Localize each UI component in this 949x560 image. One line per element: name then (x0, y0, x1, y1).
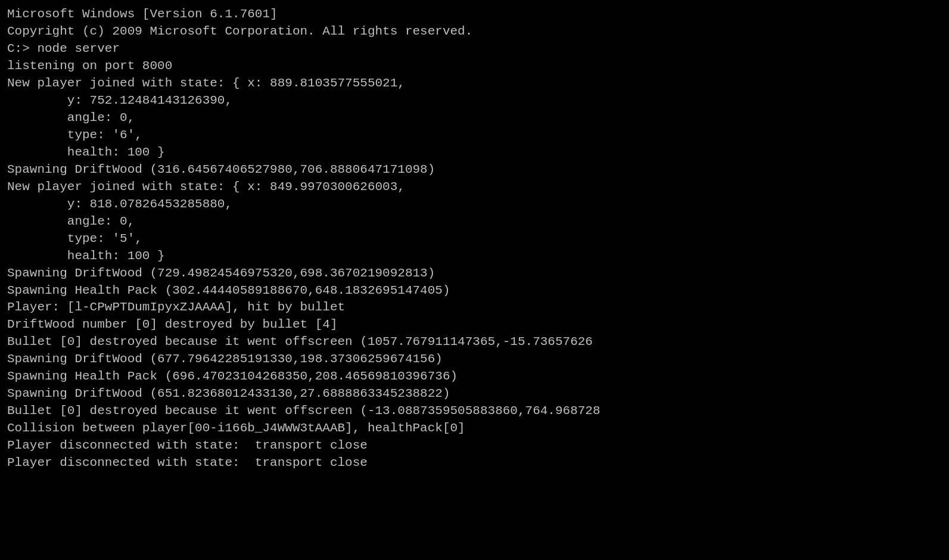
terminal-line: health: 100 } (7, 144, 942, 161)
terminal-line: angle: 0, (7, 213, 942, 231)
terminal-line: Spawning DriftWood (651.82368012433130,2… (7, 385, 942, 403)
terminal-line: y: 752.12484143126390, (7, 92, 942, 110)
terminal-line: Spawning DriftWood (729.49824546975320,6… (7, 265, 942, 282)
terminal-line: New player joined with state: { x: 889.8… (7, 75, 942, 92)
terminal-line: Copyright (c) 2009 Microsoft Corporation… (7, 23, 942, 41)
terminal-line: listening on port 8000 (7, 58, 942, 75)
terminal-line: C:> node server (7, 41, 942, 58)
terminal-line: health: 100 } (7, 248, 942, 265)
terminal-line: Spawning DriftWood (677.79642285191330,1… (7, 351, 942, 368)
terminal-line: Player: [l-CPwPTDumIpyxZJAAAA], hit by b… (7, 299, 942, 316)
terminal-line: Collision between player[00-i166b_J4WWW3… (7, 420, 942, 437)
terminal-line: type: '6', (7, 127, 942, 144)
terminal-line: Spawning Health Pack (696.47023104268350… (7, 368, 942, 385)
terminal-line: New player joined with state: { x: 849.9… (7, 179, 942, 196)
terminal-line: DriftWood number [0] destroyed by bullet… (7, 316, 942, 334)
terminal-line: type: '5', (7, 231, 942, 248)
terminal-line: Bullet [0] destroyed because it went off… (7, 334, 942, 351)
terminal-line: angle: 0, (7, 110, 942, 127)
terminal-line: y: 818.07826453285880, (7, 196, 942, 213)
terminal-line: Player disconnected with state: transpor… (7, 455, 942, 472)
terminal-line: Player disconnected with state: transpor… (7, 437, 942, 455)
terminal-line: Spawning Health Pack (302.44440589188670… (7, 282, 942, 300)
terminal-line: Spawning DriftWood (316.64567406527980,7… (7, 161, 942, 179)
terminal-line: Bullet [0] destroyed because it went off… (7, 403, 942, 420)
terminal-line: Microsoft Windows [Version 6.1.7601] (7, 6, 942, 23)
terminal-window: Microsoft Windows [Version 6.1.7601]Copy… (0, 0, 949, 560)
